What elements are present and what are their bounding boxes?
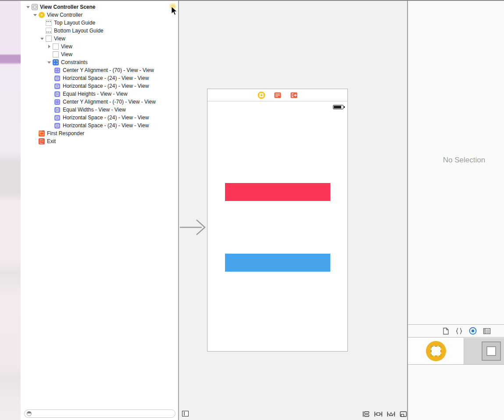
tree-row-constraints[interactable]: Constraints <box>21 58 178 66</box>
tree-label: Constraints <box>61 59 88 65</box>
desktop-background <box>0 0 21 420</box>
mouse-cursor <box>171 6 177 15</box>
view-controller-scene-canvas[interactable] <box>207 89 348 352</box>
document-outline-toggle-button[interactable] <box>182 411 189 416</box>
disclosure-spacer <box>40 21 44 25</box>
tree-label: Equal Heights - View - View <box>63 91 128 97</box>
tree-row-constraint[interactable]: Horizontal Space - (24) - View - View <box>21 74 178 82</box>
equal-widths-constraint-icon <box>54 107 60 113</box>
view-library-icon <box>482 341 501 361</box>
library-item-view-controller[interactable] <box>408 338 464 364</box>
exit-icon <box>39 138 45 144</box>
view-icon <box>53 43 59 50</box>
window-top-edge <box>0 0 504 1</box>
tree-row-root-view[interactable]: View <box>21 35 178 43</box>
tree-row-top-layout-guide[interactable]: Top Layout Guide <box>21 19 178 27</box>
resolve-auto-layout-button[interactable] <box>400 411 407 417</box>
disclosure-triangle[interactable] <box>26 5 30 9</box>
tree-row-constraint[interactable]: Equal Widths - View - View <box>21 106 178 114</box>
tree-label: View Controller <box>47 12 82 18</box>
tree-label: View <box>61 51 72 57</box>
tree-label: Horizontal Space - (24) - View - View <box>63 122 149 129</box>
tree-label: Exit <box>47 138 56 144</box>
scene-dock <box>207 89 347 101</box>
document-outline-panel: View Controller Scene View Controller To… <box>21 1 179 420</box>
top-layout-guide-icon <box>46 20 52 26</box>
view-controller-library-icon <box>426 341 446 361</box>
outline-filter-field[interactable] <box>24 409 175 418</box>
pin-button[interactable] <box>387 411 395 417</box>
first-responder-icon <box>39 130 45 136</box>
object-library-list <box>408 338 504 365</box>
tree-label: View Controller Scene <box>40 4 96 10</box>
filter-icon <box>27 411 32 416</box>
tree-label: Equal Widths - View - View <box>63 107 126 113</box>
tree-label: First Responder <box>47 130 84 136</box>
library-item-view[interactable] <box>464 338 504 364</box>
tree-label: Top Layout Guide <box>54 20 95 26</box>
horizontal-space-constraint-icon <box>54 83 60 89</box>
status-bar-battery-icon <box>333 105 343 109</box>
tree-row-constraint[interactable]: Horizontal Space - (24) - View - View <box>21 114 178 122</box>
horizontal-space-constraint-icon <box>54 115 60 121</box>
tree-label: Horizontal Space - (24) - View - View <box>63 75 149 81</box>
scene-icon <box>32 4 38 10</box>
disclosure-spacer <box>40 29 44 33</box>
tree-label: Horizontal Space - (24) - View - View <box>63 83 149 89</box>
tree-row-constraint[interactable]: Equal Heights - View - View <box>21 90 178 98</box>
auto-layout-button-bar <box>362 411 407 417</box>
first-responder-icon[interactable] <box>274 91 282 99</box>
exit-icon[interactable] <box>290 91 298 99</box>
disclosure-triangle[interactable] <box>40 36 44 41</box>
center-y-constraint-icon <box>54 99 60 105</box>
tree-row-view-controller[interactable]: View Controller <box>21 11 178 19</box>
tree-row-constraint[interactable]: Center Y Alignment - (-70) - View - View <box>21 98 178 106</box>
tree-label: Horizontal Space - (24) - View - View <box>63 115 149 121</box>
tree-row-first-responder[interactable]: First Responder <box>21 129 178 137</box>
horizontal-space-constraint-icon <box>54 123 60 129</box>
utilities-panel: No Selection <box>407 1 504 420</box>
scene-tree: View Controller Scene View Controller To… <box>21 1 178 145</box>
disclosure-spacer <box>47 52 51 57</box>
equal-heights-constraint-icon <box>54 91 60 97</box>
tree-row-subview-1[interactable]: View <box>21 43 178 50</box>
tree-row-bottom-layout-guide[interactable]: Bottom Layout Guide <box>21 27 178 35</box>
bottom-layout-guide-icon <box>46 28 52 34</box>
disclosure-triangle[interactable] <box>47 60 51 65</box>
storyboard-entry-arrow[interactable] <box>180 219 207 236</box>
view-controller-icon[interactable] <box>257 91 265 99</box>
center-y-constraint-icon <box>54 68 60 73</box>
file-template-library-icon[interactable] <box>443 327 449 335</box>
disclosure-triangle[interactable] <box>33 13 37 17</box>
object-library-icon[interactable] <box>469 327 477 335</box>
stack-button[interactable] <box>362 411 370 417</box>
tree-row-exit[interactable]: Exit <box>21 137 178 145</box>
blue-subview[interactable] <box>225 254 330 272</box>
constraints-icon <box>53 59 59 65</box>
library-toolbar <box>408 324 504 337</box>
tree-row-view-controller-scene[interactable]: View Controller Scene <box>21 3 178 11</box>
view-controller-icon <box>39 12 45 18</box>
tree-row-constraint[interactable]: Center Y Alignment - (70) - View - View <box>21 66 178 74</box>
code-snippet-library-icon[interactable] <box>455 327 463 335</box>
view-icon <box>46 36 52 42</box>
red-subview[interactable] <box>225 183 330 201</box>
tree-row-subview-2[interactable]: View <box>21 50 178 58</box>
align-button[interactable] <box>374 411 382 417</box>
tree-label: View <box>61 43 72 50</box>
tree-label: View <box>54 36 65 42</box>
tree-label: Center Y Alignment - (70) - View - View <box>63 67 154 73</box>
tree-label: Center Y Alignment - (-70) - View - View <box>63 99 156 105</box>
tree-row-constraint[interactable]: Horizontal Space - (24) - View - View <box>21 122 178 129</box>
disclosure-spacer <box>33 139 37 144</box>
media-library-icon[interactable] <box>483 328 491 334</box>
tree-row-constraint[interactable]: Horizontal Space - (24) - View - View <box>21 82 178 90</box>
inspector-empty-state: No Selection <box>408 156 504 165</box>
disclosure-spacer <box>33 131 37 136</box>
tree-label: Bottom Layout Guide <box>54 28 104 34</box>
view-icon <box>53 51 59 57</box>
horizontal-space-constraint-icon <box>54 75 60 81</box>
disclosure-triangle[interactable] <box>47 44 51 49</box>
